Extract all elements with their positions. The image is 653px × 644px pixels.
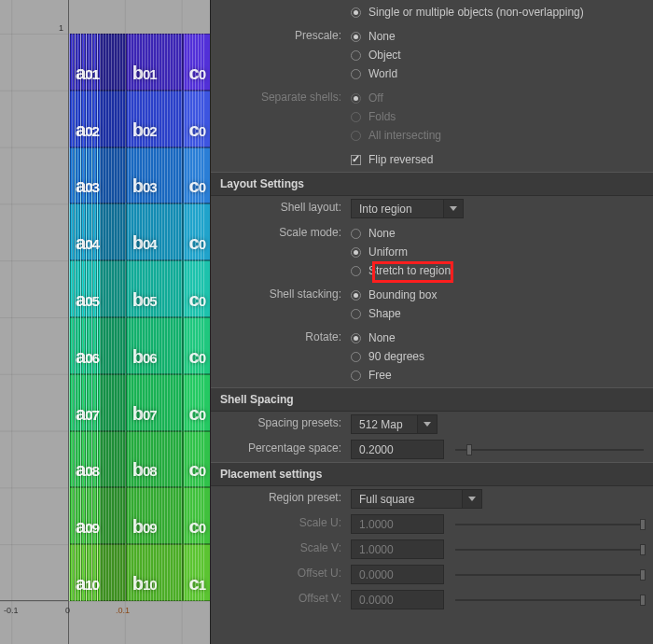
- uv-cell: a02: [69, 91, 126, 147]
- select-spacing-presets[interactable]: 512 Map: [351, 414, 418, 434]
- row-separate: Separate shells: OffFoldsAll intersectin…: [211, 86, 653, 147]
- chevron-down-icon[interactable]: [418, 414, 438, 434]
- uv-cell: c0: [183, 317, 210, 374]
- row-offsetU: Offset U:0.0000: [211, 562, 653, 587]
- uv-cell: a03: [69, 147, 126, 204]
- uv-cell: c0: [183, 91, 210, 147]
- select-region-preset[interactable]: Full square: [351, 489, 463, 509]
- svg-marker-1: [424, 422, 431, 427]
- uv-cell: a08: [69, 431, 126, 488]
- uv-cell: c0: [183, 374, 210, 431]
- row-single-multi: Single or multiple objects (non-overlapp…: [211, 0, 653, 24]
- svg-marker-0: [450, 206, 457, 211]
- uv-cell: a05: [69, 260, 126, 317]
- uv-cell: c0: [183, 147, 210, 204]
- radio-bounding-box[interactable]: Bounding box: [351, 286, 644, 304]
- uv-cell: a06: [69, 317, 126, 374]
- uv-cell: b02: [126, 91, 183, 147]
- section-placement: Placement settings: [211, 462, 653, 486]
- chevron-down-icon[interactable]: [444, 199, 464, 218]
- radio-none[interactable]: None: [351, 224, 644, 243]
- uv-cell: c0: [183, 203, 210, 260]
- uv-cell: b01: [126, 34, 183, 91]
- input-scaleU: 1.0000: [351, 514, 444, 534]
- radio-all-intersecting: All intersecting: [351, 126, 644, 145]
- select-shell-layout[interactable]: Into region: [351, 199, 444, 218]
- row-scaleU: Scale U:1.0000: [211, 511, 653, 537]
- row-scale-mode: Scale mode: NoneUniformStretch to region: [211, 221, 653, 283]
- uv-viewport[interactable]: 1 -0.1 0 .0.1 a01b01c0a02b02c0a03b03c0a0…: [0, 0, 210, 644]
- input-percentage-space[interactable]: 0.2000: [351, 440, 444, 459]
- check-flip-reversed[interactable]: Flip reversed: [351, 150, 644, 169]
- row-spacing-presets: Spacing presets: 512 Map: [211, 412, 653, 437]
- slider-offsetU: [455, 574, 644, 576]
- slider-scaleV: [455, 549, 644, 551]
- radio-shape[interactable]: Shape: [351, 304, 644, 323]
- radio-free[interactable]: Free: [351, 366, 644, 385]
- tick-x0: 0: [65, 606, 70, 615]
- slider-offsetV: [455, 599, 644, 601]
- row-prescale: Prescale: NoneObjectWorld: [211, 24, 653, 86]
- row-scaleV: Scale V:1.0000: [211, 537, 653, 562]
- row-offsetV: Offset V:0.0000: [211, 587, 653, 612]
- input-scaleV: 1.0000: [351, 539, 444, 559]
- row-region-preset: Region preset: Full square: [211, 486, 653, 511]
- tick-y-bottom: -0.1: [4, 606, 19, 615]
- svg-marker-2: [468, 497, 476, 501]
- row-rotate: Rotate: None90 degreesFree: [211, 326, 653, 387]
- uv-cell: b10: [126, 544, 183, 601]
- uv-cell: b08: [126, 431, 183, 488]
- uv-cell: a04: [69, 203, 126, 260]
- uv-cell: b06: [126, 317, 183, 374]
- tick-y-top: 1: [59, 23, 63, 33]
- radio-90-degrees[interactable]: 90 degrees: [351, 347, 644, 366]
- chevron-down-icon[interactable]: [463, 489, 482, 509]
- uv-texture: a01b01c0a02b02c0a03b03c0a04b04c0a05b05c0…: [69, 34, 210, 601]
- row-stacking: Shell stacking: Bounding boxShape: [211, 283, 653, 326]
- radio-none[interactable]: None: [351, 27, 644, 46]
- uv-cell: c0: [183, 487, 210, 544]
- radio-uniform[interactable]: Uniform: [351, 243, 644, 261]
- uv-cell: c0: [183, 260, 210, 317]
- tick-x1: .0.1: [116, 606, 130, 615]
- uv-cell: b05: [126, 260, 183, 317]
- uv-cell: a07: [69, 374, 126, 431]
- uv-cell: a01: [69, 34, 126, 91]
- uv-cell: c0: [183, 34, 210, 91]
- slider-percentage-space[interactable]: [455, 449, 644, 451]
- radio-off: Off: [351, 89, 644, 107]
- uv-cell: a09: [69, 487, 126, 544]
- section-layout: Layout Settings: [211, 172, 653, 196]
- radio-none[interactable]: None: [351, 329, 644, 347]
- row-percentage-space: Percentage space: 0.2000: [211, 437, 653, 462]
- radio-single-multi[interactable]: Single or multiple objects (non-overlapp…: [351, 3, 644, 21]
- radio-object[interactable]: Object: [351, 46, 644, 64]
- radio-folds: Folds: [351, 107, 644, 126]
- input-offsetU: 0.0000: [351, 565, 444, 584]
- row-flip: Flip reversed: [211, 147, 653, 172]
- uv-cell: b03: [126, 147, 183, 204]
- slider-scaleU: [455, 524, 644, 525]
- section-spacing: Shell Spacing: [211, 387, 653, 412]
- uv-cell: c1: [183, 544, 210, 601]
- uv-cell: b07: [126, 374, 183, 431]
- uv-cell: a10: [69, 544, 126, 601]
- uv-cell: b09: [126, 487, 183, 544]
- input-offsetV: 0.0000: [351, 590, 444, 609]
- settings-panel: Single or multiple objects (non-overlapp…: [210, 0, 653, 644]
- uv-cell: b04: [126, 203, 183, 260]
- radio-world[interactable]: World: [351, 64, 644, 83]
- row-shell-layout: Shell layout: Into region: [211, 196, 653, 221]
- radio-stretch-to-region[interactable]: Stretch to region: [351, 261, 644, 280]
- uv-cell: c0: [183, 431, 210, 488]
